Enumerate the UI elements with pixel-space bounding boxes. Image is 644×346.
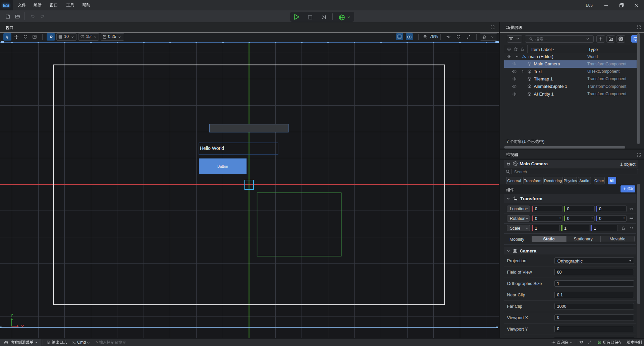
svg-text:Button: Button: [217, 164, 228, 168]
svg-text:Hello World: Hello World: [200, 146, 224, 151]
